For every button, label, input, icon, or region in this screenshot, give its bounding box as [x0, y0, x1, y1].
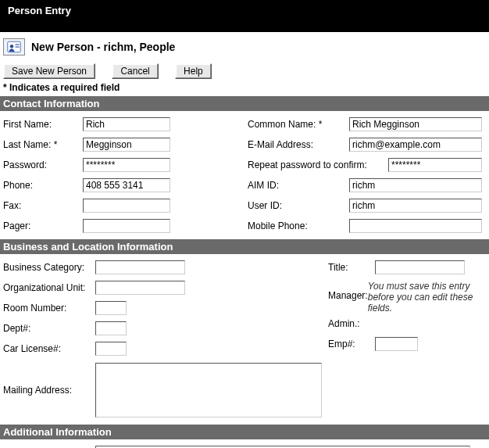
- last-name-input[interactable]: [83, 138, 170, 152]
- aim-id-input[interactable]: [349, 178, 482, 192]
- mailing-address-input[interactable]: [95, 363, 322, 418]
- password-label: Password:: [3, 159, 83, 170]
- user-id-input[interactable]: [349, 199, 482, 213]
- last-name-label: Last Name: *: [3, 139, 83, 150]
- manager-note: You must save this entry before you can …: [368, 278, 486, 314]
- mailing-address-label: Mailing Address:: [3, 385, 95, 396]
- required-fields-note: * Indicates a required field: [0, 81, 489, 96]
- emp-label: Emp#:: [328, 339, 375, 349]
- business-category-input[interactable]: [95, 260, 185, 274]
- first-name-label: First Name:: [3, 119, 83, 130]
- section-additional-header: Additional Information: [0, 425, 489, 439]
- dept-input[interactable]: [95, 321, 127, 335]
- password-input[interactable]: [83, 158, 170, 172]
- room-number-input[interactable]: [95, 301, 127, 315]
- save-button[interactable]: Save New Person: [3, 63, 95, 79]
- repeat-password-label: Repeat password to confirm:: [248, 159, 388, 170]
- common-name-input[interactable]: [349, 117, 482, 131]
- mobile-phone-input[interactable]: [349, 219, 482, 233]
- email-input[interactable]: [349, 138, 482, 152]
- title-label: Title:: [328, 262, 375, 273]
- car-license-label: Car License#:: [3, 343, 95, 354]
- title-input[interactable]: [375, 260, 465, 274]
- section-additional: Description: See Also:You must save this…: [0, 439, 489, 448]
- email-label: E-Mail Address:: [248, 139, 349, 150]
- aim-id-label: AIM ID:: [248, 180, 349, 191]
- fax-label: Fax:: [3, 200, 83, 211]
- window-title: Person Entry: [0, 0, 489, 32]
- phone-input[interactable]: [83, 178, 170, 192]
- section-business: Business Category: Organizational Unit: …: [0, 254, 489, 425]
- first-name-input[interactable]: [83, 117, 170, 131]
- org-unit-input[interactable]: [95, 281, 185, 295]
- room-number-label: Room Number:: [3, 303, 95, 314]
- repeat-password-input[interactable]: [388, 158, 482, 172]
- dept-label: Dept#:: [3, 323, 95, 334]
- toolbar: Save New Person Cancel Help: [0, 60, 489, 81]
- emp-input[interactable]: [375, 337, 418, 351]
- org-unit-label: Organizational Unit:: [3, 282, 95, 293]
- page-title: New Person - richm, People: [31, 41, 175, 53]
- admin-label: Admin.:: [328, 318, 375, 329]
- mobile-phone-label: Mobile Phone:: [248, 220, 349, 231]
- pager-label: Pager:: [3, 220, 83, 231]
- phone-label: Phone:: [3, 180, 83, 191]
- svg-point-1: [10, 45, 14, 48]
- section-business-header: Business and Location Information: [0, 239, 489, 254]
- business-category-label: Business Category:: [3, 262, 95, 273]
- section-contact-header: Contact Information: [0, 96, 489, 111]
- person-icon: [3, 38, 25, 56]
- cancel-button[interactable]: Cancel: [112, 63, 158, 79]
- fax-input[interactable]: [83, 199, 170, 213]
- manager-label: Manager:: [328, 290, 368, 301]
- help-button[interactable]: Help: [175, 63, 212, 79]
- car-license-input[interactable]: [95, 342, 127, 356]
- pager-input[interactable]: [83, 219, 170, 233]
- common-name-label: Common Name: *: [248, 119, 349, 130]
- section-contact: First Name: Last Name: * Password: Phone…: [0, 111, 489, 239]
- user-id-label: User ID:: [248, 200, 349, 211]
- page-header: New Person - richm, People: [0, 32, 489, 60]
